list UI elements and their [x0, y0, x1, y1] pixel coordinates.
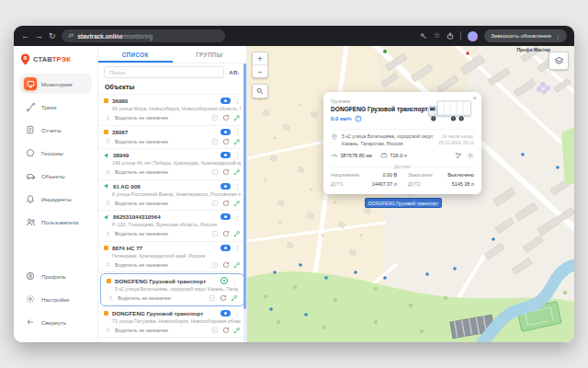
note-icon[interactable]	[208, 294, 216, 303]
object-card[interactable]: 36980⋮66 улица Мира, Новосибирск, Новоси…	[98, 95, 246, 126]
kebab-menu-icon[interactable]: ⋮	[234, 213, 241, 220]
sort-button[interactable]: АЯ↓	[229, 70, 240, 75]
objects-list: 36980⋮66 улица Мира, Новосибирск, Новоси…	[98, 94, 246, 342]
service-icon[interactable]	[232, 114, 241, 122]
sidebar-item-users[interactable]: Пользователи	[19, 212, 92, 232]
gear-icon[interactable]	[467, 152, 474, 159]
location-pin-icon	[331, 133, 338, 141]
object-card[interactable]: 38949⋮146 улица 40 лет Победы, Краснодар…	[98, 149, 246, 180]
kebab-menu-icon[interactable]: ⋮	[234, 183, 241, 190]
note-icon[interactable]	[210, 137, 219, 145]
search-input[interactable]	[104, 66, 224, 78]
sidebar-item-monitoring[interactable]: Мониторинг	[19, 74, 92, 94]
forward-button[interactable]: →	[35, 32, 43, 40]
object-card[interactable]: 8874 НС 77⋮Геленджик, Краснодарский край…	[98, 242, 246, 273]
service-icon[interactable]	[232, 168, 241, 177]
address-bar[interactable]: ⇄ stavtrack.online/monitoring	[62, 29, 225, 42]
note-icon[interactable]	[210, 326, 219, 334]
visibility-eye-icon[interactable]	[220, 310, 231, 316]
sidebar-item-geozones[interactable]: Геозоны	[19, 143, 92, 163]
sidebar-item-label: Настройки	[41, 296, 69, 303]
map-search-button[interactable]	[252, 84, 268, 98]
tracks-icon	[24, 100, 37, 113]
object-name: 862531044310564	[113, 213, 217, 220]
moving-status-icon	[104, 214, 109, 220]
history-icon[interactable]	[219, 294, 227, 303]
note-icon[interactable]	[210, 114, 219, 122]
object-card[interactable]: DONGFENG Грузовой транспорт⋮71 улица Пет…	[98, 307, 246, 339]
object-card[interactable]: 862531044310564⋮Р-120, Глинищево, Брянск…	[98, 211, 246, 242]
visibility-eye-icon[interactable]	[220, 213, 231, 220]
service-icon[interactable]	[230, 294, 238, 303]
logo[interactable]: СТАВТРЭК	[19, 52, 92, 74]
bookmark-star-icon[interactable]: ☆	[434, 32, 440, 40]
share-icon[interactable]	[447, 32, 454, 40]
sidebar-item-objects[interactable]: Объекты	[19, 166, 92, 186]
vehicle-marker-label[interactable]: DONGFENG Грузовой транспорт	[365, 198, 442, 208]
sidebar-item-incidents[interactable]: Инциденты	[19, 189, 92, 209]
service-icon[interactable]	[232, 137, 241, 145]
kebab-menu-icon[interactable]: ⋮	[232, 278, 238, 284]
profile-avatar[interactable]	[468, 31, 478, 41]
reload-button[interactable]: ↻	[49, 32, 56, 40]
note-icon[interactable]	[210, 168, 219, 177]
visibility-eye-icon[interactable]	[220, 152, 231, 158]
history-icon[interactable]	[221, 168, 230, 177]
site-info-icon[interactable]: ⇄	[69, 32, 74, 40]
visibility-eye-icon[interactable]	[220, 98, 231, 104]
kebab-menu-icon[interactable]: ⋮	[234, 245, 241, 251]
map-canvas[interactable]: Профи Мастер + − DONGFENG Грузовой транс…	[247, 46, 574, 342]
zoom-out-button[interactable]: −	[253, 65, 267, 77]
panel-scrollbar[interactable]	[243, 63, 246, 342]
popup-close-button[interactable]: ×	[473, 94, 477, 102]
note-icon[interactable]	[210, 199, 219, 207]
driver-icon	[104, 326, 112, 334]
history-icon[interactable]	[221, 199, 230, 207]
tracking-target-icon[interactable]	[220, 277, 228, 284]
zoom-controls: + −	[252, 52, 268, 78]
history-icon[interactable]	[221, 137, 230, 145]
kebab-menu-icon[interactable]: ⋮	[234, 310, 241, 316]
visibility-eye-icon[interactable]	[220, 183, 231, 190]
sidebar-item-collapse[interactable]: Свернуть	[19, 312, 92, 332]
visibility-eye-icon[interactable]	[220, 245, 231, 251]
back-button[interactable]: ←	[21, 32, 29, 40]
kebab-menu-icon[interactable]: ⋮	[234, 152, 241, 158]
sidebar-item-settings[interactable]: Настройки	[19, 289, 92, 309]
sidebar-item-reports[interactable]: Отчеты	[19, 120, 92, 140]
tab-list[interactable]: СПИСОК	[98, 46, 173, 63]
map-layers-button[interactable]	[548, 52, 569, 70]
note-icon[interactable]	[210, 230, 219, 238]
note-icon[interactable]	[210, 260, 219, 269]
history-icon[interactable]	[221, 326, 230, 334]
kebab-menu-icon[interactable]: ⋮	[234, 98, 241, 104]
sidebar-footer: ПрофильНастройкиСвернуть	[19, 266, 92, 335]
sensors-icon[interactable]	[455, 152, 462, 159]
history-icon[interactable]	[221, 260, 230, 269]
settings-icon	[24, 293, 37, 305]
kebab-menu-icon[interactable]: ⋮	[234, 129, 241, 135]
object-card[interactable]: 61 AG 008⋮6 улица Ростовский Выезд, Ново…	[98, 180, 246, 212]
history-icon[interactable]	[221, 114, 230, 122]
service-icon[interactable]	[232, 199, 241, 207]
tab-groups[interactable]: ГРУППЫ	[173, 46, 247, 63]
history-icon[interactable]	[221, 230, 230, 238]
zoom-in-button[interactable]: +	[253, 52, 267, 64]
kebab-menu-icon[interactable]: ⋮	[555, 33, 560, 40]
service-icon[interactable]	[232, 230, 241, 238]
chrome-actions: ☆ Завершить обновление ⋮	[420, 29, 567, 42]
object-card[interactable]: DONGFENG Грузовой транспорт⋮5 к2 улица Б…	[100, 273, 244, 306]
driver-label: Водитель не назначен	[115, 169, 208, 175]
visibility-eye-icon[interactable]	[220, 129, 231, 135]
finish-update-button[interactable]: Завершить обновление ⋮	[484, 29, 567, 42]
sidebar-item-profile[interactable]: Профиль	[19, 266, 92, 286]
driver-icon	[104, 230, 112, 238]
sidebar-item-tracks[interactable]: Треки	[19, 97, 92, 117]
driver-label: Водитель не назначен	[115, 139, 208, 144]
object-name: 8874 НС 77	[112, 245, 217, 251]
object-card[interactable]: 38067⋮Водитель не назначен	[98, 126, 246, 150]
service-icon[interactable]	[232, 260, 241, 269]
scrollbar-thumb[interactable]	[243, 63, 246, 309]
service-icon[interactable]	[232, 326, 241, 334]
password-key-icon[interactable]	[420, 32, 427, 40]
